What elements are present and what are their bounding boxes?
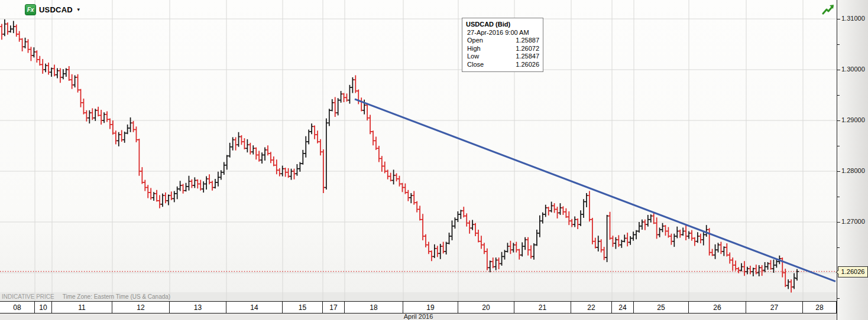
tooltip-title: USDCAD (Bid) <box>466 21 539 29</box>
x-axis-cell: 15 <box>283 302 323 313</box>
x-axis-cell: 19 <box>403 302 458 313</box>
x-axis-cell: 08 <box>0 302 35 313</box>
y-axis-minor-tick <box>837 44 840 45</box>
date-axis[interactable]: 081011121314151718192021222425262728 <box>0 301 837 314</box>
x-axis-cell: 13 <box>170 302 226 313</box>
trend-up-icon[interactable] <box>822 4 835 17</box>
y-axis-tick <box>837 222 840 223</box>
x-axis-cell: 10 <box>35 302 52 313</box>
y-axis-label: 1.30000 <box>841 66 865 73</box>
y-axis-minor-tick <box>837 146 840 146</box>
trendline[interactable] <box>355 99 835 282</box>
y-axis-minor-tick <box>837 247 840 248</box>
indicative-price-label: INDICATIVE PRICE <box>2 293 54 300</box>
y-axis-label: 1.28000 <box>841 167 865 174</box>
timezone-label: Time Zone: Eastern Time (US & Canada) <box>63 293 170 300</box>
x-axis-cell: 18 <box>345 302 403 313</box>
last-price-badge: 1.26026 <box>838 266 868 277</box>
x-axis-cell: 17 <box>323 302 345 313</box>
tooltip-high-row: High1.26072 <box>466 45 539 53</box>
chart-window: Fx USDCAD ▼ USDCAD (Bid) 27-Apr-2016 9:0… <box>0 0 868 320</box>
price-chart-canvas[interactable] <box>0 0 837 301</box>
month-row: April 2016 <box>0 314 837 320</box>
ohlc-bars <box>0 19 799 293</box>
y-axis-label: 1.31000 <box>841 15 865 22</box>
ohlc-tooltip: USDCAD (Bid) 27-Apr-2016 9:00 AM Open1.2… <box>462 18 543 72</box>
x-axis-cell: 28 <box>803 302 837 313</box>
x-axis-cell: 12 <box>112 302 170 313</box>
y-axis-label: 1.27000 <box>841 218 865 225</box>
x-axis-cell: 22 <box>571 302 612 313</box>
gridlines <box>0 0 837 301</box>
y-axis-tick <box>837 19 840 19</box>
fx-icon: Fx <box>25 4 36 15</box>
x-axis-cell: 14 <box>226 302 283 313</box>
tooltip-low-row: Low1.25847 <box>466 53 539 61</box>
y-axis-tick <box>837 120 840 121</box>
tooltip-open-row: Open1.25887 <box>466 37 539 45</box>
y-axis-label: 1.29000 <box>841 116 865 123</box>
y-axis-tick <box>837 171 840 172</box>
x-axis-cell: 11 <box>52 302 112 313</box>
y-axis-minor-tick <box>837 298 840 299</box>
x-axis-cell: 25 <box>634 302 689 313</box>
symbol-selector[interactable]: Fx USDCAD ▼ <box>25 4 81 15</box>
footer-note: INDICATIVE PRICETime Zone: Eastern Time … <box>2 293 170 300</box>
y-axis-minor-tick <box>837 197 840 197</box>
x-axis-cell: 21 <box>514 302 571 313</box>
x-axis-cell: 20 <box>458 302 514 313</box>
plot-area[interactable]: Fx USDCAD ▼ USDCAD (Bid) 27-Apr-2016 9:0… <box>0 0 837 301</box>
x-axis-cell: 24 <box>612 302 634 313</box>
x-axis-cell: 27 <box>746 302 803 313</box>
month-label: April 2016 <box>404 313 433 320</box>
tooltip-close-row: Close1.26026 <box>466 61 539 69</box>
price-axis[interactable]: 1.26026 1.310001.300001.290001.280001.27… <box>837 0 868 320</box>
y-axis-minor-tick <box>837 95 840 96</box>
x-axis-cell: 26 <box>689 302 746 313</box>
chevron-down-icon[interactable]: ▼ <box>76 7 81 12</box>
y-axis-tick <box>837 70 840 70</box>
price-badge-pointer <box>836 270 841 275</box>
tooltip-timestamp: 27-Apr-2016 9:00 AM <box>466 29 539 37</box>
symbol-label[interactable]: USDCAD <box>39 5 73 14</box>
